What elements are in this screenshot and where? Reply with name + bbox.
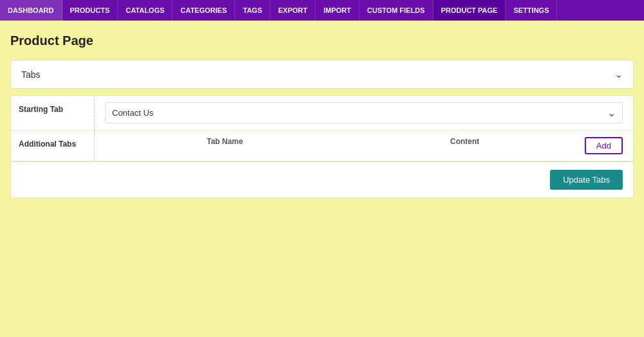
nav-item-import[interactable]: IMPORT — [316, 0, 359, 21]
main-navigation: DASHBOARDPRODUCTSCATALOGSCATEGORIESTAGSE… — [0, 0, 644, 21]
page-title: Product Page — [10, 33, 634, 48]
starting-tab-row: Starting Tab Contact Us ⌄ — [11, 96, 633, 131]
update-tabs-button[interactable]: Update Tabs — [550, 170, 623, 190]
starting-tab-select[interactable]: Contact Us ⌄ — [105, 102, 623, 123]
footer-actions: Update Tabs — [11, 161, 633, 197]
nav-item-product-page[interactable]: PRODUCT PAGE — [433, 0, 506, 21]
add-tab-button[interactable]: Add — [585, 137, 623, 154]
nav-item-settings[interactable]: SETTINGS — [506, 0, 557, 21]
nav-item-catalogs[interactable]: CATALOGS — [118, 0, 173, 21]
nav-item-tags[interactable]: TAGS — [235, 0, 270, 21]
tab-columns-header: Tab Name Content — [105, 137, 585, 146]
starting-tab-chevron-icon: ⌄ — [607, 107, 616, 119]
additional-tabs-label: Additional Tabs — [11, 131, 95, 161]
starting-tab-content: Contact Us ⌄ — [95, 96, 633, 130]
nav-item-categories[interactable]: CATEGORIES — [173, 0, 235, 21]
starting-tab-value: Contact Us — [112, 108, 153, 118]
nav-item-dashboard[interactable]: DASHBOARD — [0, 0, 62, 21]
main-content: Product Page Tabs ⌄ Starting Tab Contact… — [0, 21, 644, 337]
additional-tabs-content: Tab Name Content Add — [95, 131, 633, 161]
col-tab-name-header: Tab Name — [105, 137, 345, 146]
nav-item-custom-fields[interactable]: CUSTOM FIELDS — [359, 0, 433, 21]
tabs-card-header-label: Tabs — [21, 69, 41, 80]
tabs-card-header[interactable]: Tabs ⌄ — [11, 60, 633, 88]
inner-panel: Starting Tab Contact Us ⌄ Additional Tab… — [10, 95, 634, 198]
additional-tabs-row: Additional Tabs Tab Name Content Add — [11, 131, 633, 161]
col-content-header: Content — [345, 137, 584, 146]
tabs-chevron-icon: ⌄ — [614, 68, 623, 80]
nav-item-export[interactable]: EXPORT — [270, 0, 316, 21]
nav-item-products[interactable]: PRODUCTS — [62, 0, 118, 21]
tabs-card: Tabs ⌄ — [10, 60, 634, 89]
starting-tab-label: Starting Tab — [11, 96, 95, 130]
